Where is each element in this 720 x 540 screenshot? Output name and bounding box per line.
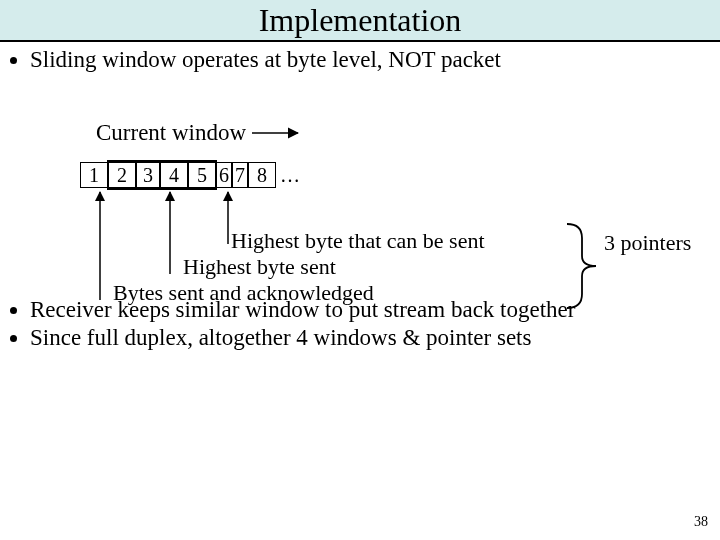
byte-cell-1: 1: [80, 162, 108, 188]
byte-cell-3: 3: [136, 162, 160, 188]
byte-row: 1 2 3 4 5 6 7 8 …: [80, 162, 300, 188]
bullet-list-top: Sliding window operates at byte level, N…: [30, 46, 720, 74]
byte-cell-5: 5: [188, 162, 216, 188]
label-highest-can-send: Highest byte that can be sent: [113, 228, 485, 254]
bullet-3: Since full duplex, altogether 4 windows …: [30, 324, 720, 352]
byte-cell-8: 8: [248, 162, 276, 188]
label-highest-sent: Highest byte sent: [113, 254, 485, 280]
byte-ellipsis: …: [276, 162, 300, 188]
page-number: 38: [694, 514, 708, 530]
bullet-1: Sliding window operates at byte level, N…: [30, 46, 720, 74]
byte-cell-6: 6: [216, 162, 232, 188]
pointer-labels: Highest byte that can be sent Highest by…: [113, 228, 485, 306]
title-band: Implementation: [0, 0, 720, 42]
byte-cell-2: 2: [108, 162, 136, 188]
byte-cell-4: 4: [160, 162, 188, 188]
current-window-label: Current window: [96, 120, 246, 146]
three-pointers-label: 3 pointers: [604, 230, 691, 256]
page-title: Implementation: [0, 2, 720, 39]
label-acked: Bytes sent and acknowledged: [113, 280, 485, 306]
byte-cell-7: 7: [232, 162, 248, 188]
